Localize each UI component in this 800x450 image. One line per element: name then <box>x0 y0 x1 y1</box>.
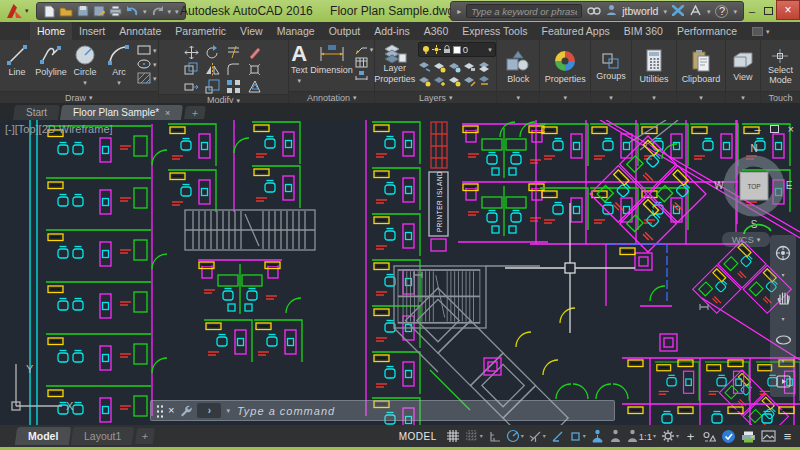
autodesk-exchange-icon[interactable] <box>672 2 684 20</box>
application-menu-button[interactable]: ▾ <box>5 1 31 21</box>
infocenter-expand-icon[interactable]: ▸ <box>457 7 461 16</box>
table-button[interactable] <box>355 57 374 68</box>
isodraft-toggle[interactable]: ▾ <box>527 427 548 445</box>
hatch-tool-button[interactable]: ▾ <box>137 72 157 84</box>
viewcube-east[interactable]: E <box>786 180 793 191</box>
text-button[interactable]: A Text▾ <box>290 42 308 84</box>
ribbon-tab-addins[interactable]: Add-ins <box>367 22 417 40</box>
window-close-button[interactable]: × <box>776 0 800 20</box>
annotation-autoscale-toggle[interactable] <box>607 427 624 445</box>
qat-customize-caret-icon[interactable]: ▾ <box>175 8 179 15</box>
trim-button[interactable] <box>224 44 244 60</box>
move-button[interactable] <box>182 44 202 60</box>
save-icon[interactable] <box>77 5 89 17</box>
annotation-visibility-toggle[interactable] <box>589 427 606 445</box>
workspace-switching-button[interactable]: ▾ <box>659 427 681 445</box>
viewport-controls[interactable]: [-][Top][2D Wireframe] <box>5 123 113 135</box>
arc-button[interactable]: Arc▾ <box>103 42 135 86</box>
redo-caret-icon[interactable]: ▾ <box>168 8 172 15</box>
ribbon-tab-a360[interactable]: A360 <box>417 22 456 40</box>
groups-panel[interactable]: Groups ▾ <box>591 40 632 103</box>
plot-icon[interactable] <box>109 5 122 17</box>
ribbon-tab-express-tools[interactable]: Express Tools <box>455 22 534 40</box>
command-input[interactable] <box>235 404 609 418</box>
ribbon-tab-annotate[interactable]: Annotate <box>112 22 168 40</box>
stretch-button[interactable] <box>182 78 202 94</box>
mirror-button[interactable] <box>203 61 223 77</box>
ribbon-tab-featured-apps[interactable]: Featured Apps <box>534 22 616 40</box>
customization-menu-button[interactable]: ≡ <box>779 427 796 445</box>
drawing-viewport[interactable]: PRINTER ISLAND <box>0 120 800 425</box>
layout1-tab[interactable]: Layout1 <box>71 427 135 445</box>
fillet-button[interactable] <box>224 61 244 77</box>
layer-unlock-button[interactable] <box>448 73 463 87</box>
navigation-wheel-icon[interactable] <box>775 245 791 261</box>
layer-states-button[interactable] <box>478 59 493 73</box>
layer-thaw-button[interactable] <box>433 73 448 87</box>
annotation-panel-title[interactable]: Annotation▾ <box>289 91 374 103</box>
signed-in-user[interactable]: jtbworld <box>622 5 658 17</box>
model-tab[interactable]: Model <box>15 427 72 445</box>
ribbon-tab-parametric[interactable]: Parametric <box>168 22 233 40</box>
clean-screen-toggle[interactable] <box>759 427 778 445</box>
new-drawing-tab-button[interactable]: + <box>184 106 206 119</box>
file-tab-floor-plan[interactable]: Floor Plan Sample* × <box>60 105 184 120</box>
viewport-close-icon[interactable]: × <box>788 123 794 135</box>
polar-tracking-toggle[interactable]: ▾ <box>504 427 526 445</box>
command-close-icon[interactable]: × <box>168 405 174 416</box>
show-motion-icon[interactable] <box>776 375 791 388</box>
leader-button[interactable]: ▾ <box>355 44 374 55</box>
snap-mode-toggle[interactable]: ▾ <box>463 427 485 445</box>
block-panel[interactable]: Block ▾ <box>497 40 540 103</box>
layer-current-button[interactable] <box>463 73 478 87</box>
ellipse-tool-button[interactable]: ▾ <box>137 58 157 70</box>
orbit-icon[interactable] <box>775 333 792 347</box>
layer-on-off-button[interactable] <box>418 73 433 87</box>
layer-walk-button[interactable] <box>478 73 493 87</box>
touch-panel[interactable]: SelectMode Touch <box>761 40 800 103</box>
file-tab-close-icon[interactable]: × <box>165 108 170 118</box>
annotation-monitor-button[interactable]: + <box>682 427 699 445</box>
polyline-button[interactable]: Polyline <box>35 42 67 78</box>
floor-plan-drawing[interactable]: PRINTER ISLAND <box>0 120 800 425</box>
ribbon-tab-view[interactable]: View <box>233 22 270 40</box>
command-line-grip-handle[interactable] <box>156 404 163 418</box>
navbar-caret-icon[interactable]: ▾ <box>781 358 784 364</box>
copy-button[interactable] <box>182 61 202 77</box>
dim-style-button[interactable] <box>355 70 374 81</box>
command-customize-wrench-icon[interactable] <box>179 404 192 417</box>
utilities-panel[interactable]: Utilities ▾ <box>632 40 677 103</box>
grid-display-toggle[interactable] <box>444 427 462 445</box>
offset-button[interactable] <box>245 78 265 94</box>
viewcube-west[interactable]: W <box>714 180 724 191</box>
window-minimize-button[interactable]: – <box>744 3 760 18</box>
new-layout-button[interactable]: + <box>135 428 155 444</box>
new-file-icon[interactable] <box>43 5 55 18</box>
help-caret-icon[interactable]: ▾ <box>733 8 737 15</box>
ribbon-tab-manage[interactable]: Manage <box>270 22 322 40</box>
navbar-caret-icon[interactable]: ▾ <box>781 272 784 278</box>
ribbon-tab-bim360[interactable]: BIM 360 <box>617 22 670 40</box>
user-menu-caret-icon[interactable]: ▾ <box>663 8 667 15</box>
share-caret-icon[interactable]: ▾ <box>707 8 711 15</box>
erase-button[interactable] <box>245 44 265 60</box>
ribbon-tab-performance[interactable]: Performance <box>670 22 744 40</box>
model-space-button[interactable]: MODEL <box>397 427 439 445</box>
layer-dropdown[interactable]: 0 ▾ <box>418 42 496 57</box>
scale-button[interactable] <box>203 78 223 94</box>
search-input[interactable] <box>466 4 582 18</box>
open-file-icon[interactable] <box>59 5 73 17</box>
help-icon[interactable]: ? <box>715 5 728 18</box>
redo-icon[interactable] <box>151 5 164 17</box>
circle-button[interactable]: Circle▾ <box>69 42 101 86</box>
graphics-performance-button[interactable] <box>719 427 738 445</box>
viewcube-north[interactable]: N <box>750 143 757 154</box>
ribbon-tab-insert[interactable]: Insert <box>72 22 112 40</box>
layer-freeze-button[interactable] <box>448 59 463 73</box>
wcs-menu-button[interactable]: WCS▾ <box>722 232 770 247</box>
ribbon-tab-home[interactable]: Home <box>30 22 72 40</box>
annotation-scale-button[interactable]: 1:1▾ <box>625 427 658 445</box>
rotate-button[interactable] <box>203 44 223 60</box>
ribbon-tab-output[interactable]: Output <box>322 22 368 40</box>
ortho-toggle[interactable] <box>486 427 503 445</box>
